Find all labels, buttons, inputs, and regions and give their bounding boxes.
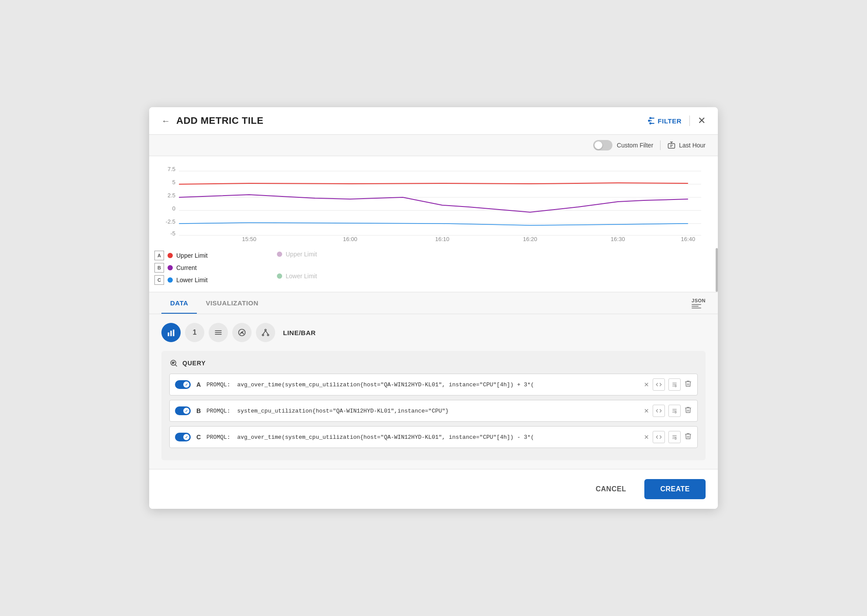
- query-delete-b[interactable]: [684, 406, 692, 416]
- back-button[interactable]: ←: [161, 116, 170, 126]
- query-clear-c[interactable]: ✕: [644, 434, 649, 441]
- svg-text:-5: -5: [171, 230, 176, 237]
- query-input-b[interactable]: [206, 408, 640, 414]
- custom-filter-toggle[interactable]: [593, 140, 612, 150]
- query-row-c: C ✕: [169, 426, 698, 448]
- chart-svg: 7.5 5 2.5 0 -2.5 -5 15:50 16:00 16:10 16…: [161, 163, 706, 242]
- tabs-row: DATA VISUALIZATION JSON: [149, 292, 718, 314]
- gauge-icon: [238, 328, 246, 337]
- legend-item-a: A Upper Limit: [154, 251, 242, 260]
- query-clear-a[interactable]: ✕: [644, 381, 649, 388]
- svg-point-47: [675, 438, 677, 440]
- chart-type-bar-button[interactable]: [161, 323, 181, 342]
- filter-label: FILTER: [658, 117, 682, 125]
- chart-type-row: 1: [161, 323, 706, 342]
- query-toggle-a[interactable]: [175, 380, 191, 389]
- query-options-c[interactable]: [668, 431, 681, 443]
- svg-rect-21: [173, 329, 174, 336]
- query-toggle-b[interactable]: [175, 406, 191, 415]
- filter-icon: [647, 117, 655, 125]
- legend-dot-upper-faded: [277, 252, 282, 257]
- json-line-1: [692, 304, 701, 305]
- cancel-button[interactable]: CANCEL: [585, 480, 637, 498]
- svg-point-28: [262, 334, 264, 336]
- chart-type-list-button[interactable]: [209, 323, 228, 342]
- legend-dot-a: [168, 253, 173, 258]
- bar-chart-icon: [167, 328, 175, 337]
- chart-type-gauge-button[interactable]: [232, 323, 252, 342]
- query-options-a[interactable]: [668, 378, 681, 391]
- query-actions-b: ✕: [644, 405, 692, 417]
- options-icon-c: [671, 434, 678, 440]
- svg-point-29: [267, 334, 269, 336]
- time-filter-button[interactable]: Last Hour: [668, 141, 706, 149]
- trash-icon-c: [684, 432, 692, 440]
- custom-filter-toggle-wrap: Custom Filter: [593, 140, 653, 150]
- close-button[interactable]: ✕: [698, 116, 706, 126]
- svg-rect-34: [172, 362, 175, 363]
- query-letter-b: B: [195, 407, 202, 414]
- svg-text:2.5: 2.5: [168, 192, 175, 199]
- legend-area: A Upper Limit B Current C Lower Limit Up…: [149, 244, 718, 292]
- svg-text:7.5: 7.5: [168, 166, 175, 172]
- modal-title: ADD METRIC TILE: [176, 115, 263, 126]
- legend-box-b: B: [154, 263, 164, 273]
- trash-icon-b: [684, 406, 692, 414]
- svg-text:15:50: 15:50: [242, 236, 256, 242]
- query-code-b[interactable]: [653, 405, 665, 417]
- query-actions-c: ✕: [644, 431, 692, 443]
- query-clear-b[interactable]: ✕: [644, 407, 649, 414]
- tab-visualization[interactable]: VISUALIZATION: [197, 292, 267, 314]
- create-button[interactable]: CREATE: [644, 479, 706, 499]
- modal-header: ← ADD METRIC TILE FILTER ✕: [149, 107, 718, 135]
- legend-label-lower-limit: Lower Limit: [176, 276, 208, 284]
- query-toggle-knob-a: [183, 382, 189, 388]
- svg-text:16:30: 16:30: [611, 236, 625, 242]
- trash-icon-a: [684, 380, 692, 388]
- filter-bar-divider: [660, 140, 661, 150]
- svg-rect-19: [168, 332, 169, 336]
- legend-col-1: A Upper Limit B Current C Lower Limit: [154, 251, 242, 285]
- svg-line-33: [175, 364, 177, 366]
- legend-box-c: C: [154, 275, 164, 285]
- code-icon-a: [656, 382, 662, 388]
- chart-type-nodes-button[interactable]: [256, 323, 275, 342]
- chart-type-single-button[interactable]: 1: [185, 323, 204, 342]
- json-lines-icon: [692, 304, 706, 308]
- svg-line-31: [266, 331, 268, 334]
- legend-item-upper-faded: Upper Limit: [277, 251, 364, 258]
- code-icon-b: [656, 408, 662, 414]
- svg-text:5: 5: [172, 179, 175, 186]
- header-right: FILTER ✕: [647, 116, 706, 126]
- query-options-b[interactable]: [668, 405, 681, 417]
- svg-text:0: 0: [172, 205, 175, 212]
- legend-label-lower-faded: Lower Limit: [286, 273, 317, 280]
- svg-text:-2.5: -2.5: [166, 218, 175, 225]
- query-toggle-knob-b: [183, 408, 189, 414]
- query-code-a[interactable]: [653, 378, 665, 391]
- query-section: QUERY A ✕: [161, 351, 706, 460]
- json-line-2: [692, 306, 699, 307]
- query-row-b: B ✕: [169, 400, 698, 422]
- query-search-icon: [169, 359, 178, 368]
- scrollbar-indicator[interactable]: [716, 248, 718, 292]
- legend-item-empty: [277, 260, 364, 270]
- options-icon-a: [671, 382, 678, 388]
- svg-text:16:10: 16:10: [435, 236, 450, 242]
- filter-button[interactable]: FILTER: [647, 117, 682, 125]
- chart-area: 7.5 5 2.5 0 -2.5 -5 15:50 16:00 16:10 16…: [149, 156, 718, 244]
- query-code-c[interactable]: [653, 431, 665, 443]
- nodes-icon: [261, 328, 270, 337]
- time-filter-label: Last Hour: [679, 142, 706, 149]
- query-toggle-c[interactable]: [175, 433, 191, 441]
- json-button[interactable]: JSON: [692, 298, 706, 308]
- list-icon: [214, 328, 223, 337]
- legend-item-c: C Lower Limit: [154, 275, 242, 285]
- query-title: QUERY: [182, 360, 206, 367]
- tab-data[interactable]: DATA: [161, 292, 197, 314]
- query-input-a[interactable]: [206, 382, 640, 388]
- query-delete-a[interactable]: [684, 380, 692, 389]
- query-delete-c[interactable]: [684, 432, 692, 442]
- query-input-c[interactable]: [206, 434, 640, 441]
- svg-text:16:20: 16:20: [523, 236, 537, 242]
